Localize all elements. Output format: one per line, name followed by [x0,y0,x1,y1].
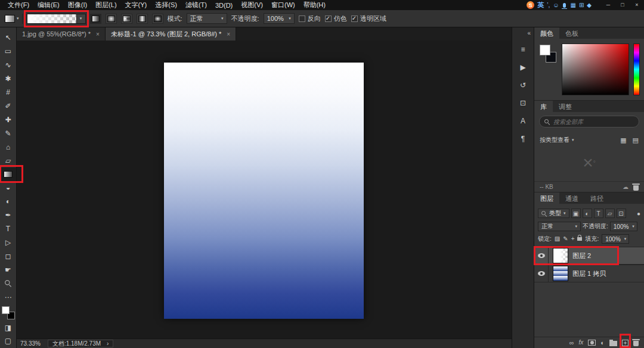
menu-edit[interactable]: 编辑(E) [33,0,64,10]
foreground-background-colors[interactable] [2,306,15,319]
menu-view[interactable]: 视图(V) [237,0,267,10]
crop-tool[interactable]: # [1,86,16,100]
transparency-checkbox[interactable]: 透明区域 [351,14,386,23]
input-lang-indicator[interactable]: 英 [537,1,544,10]
tab-layers[interactable]: 图层 [534,192,559,204]
tab-swatches[interactable]: 色板 [559,27,584,39]
type-tool[interactable]: T [1,222,16,236]
saturation-brightness-field[interactable] [562,44,629,95]
blend-mode-select[interactable]: 正常▾ [187,13,227,24]
list-view-icon[interactable]: ▤ [633,136,639,144]
new-adjustment-layer-button[interactable]: ◐ [600,340,605,346]
shield-icon[interactable]: ◆ [587,2,592,8]
punctuation-indicator[interactable]: ’, [547,2,550,8]
library-search-box[interactable] [539,116,639,128]
transparency-checkbox-box[interactable] [351,15,358,22]
delete-library-item-icon[interactable] [633,185,639,191]
search-input[interactable] [553,119,634,125]
radial-gradient-button[interactable] [106,14,117,24]
lock-transparent-icon[interactable]: ▨ [555,236,560,242]
menu-3d[interactable]: 3D(D) [211,1,237,10]
tab-color[interactable]: 颜色 [534,27,559,39]
layer-visibility-toggle[interactable] [534,265,549,282]
color-panel-fg-bg[interactable] [538,44,558,95]
close-icon[interactable]: × [227,31,230,38]
tab-paths[interactable]: 路径 [584,192,609,204]
gradient-picker-open-button[interactable]: ▾ [77,14,86,24]
link-layers-button[interactable]: ∞ [569,340,574,346]
hue-slider[interactable] [633,44,640,95]
delete-layer-button[interactable] [633,341,639,346]
tab-adjustments[interactable]: 调整 [553,101,578,112]
document-tab-1jpg[interactable]: 1.jpg @ 55%(RGB/8*) * × [17,27,106,41]
clone-stamp-tool[interactable]: ⌂ [1,140,16,154]
mic-icon[interactable] [563,3,566,8]
smiley-icon[interactable]: ☺ [553,2,559,8]
layer-fill-select[interactable]: 100% ▾ [602,234,629,244]
pen-tool[interactable]: ✒ [1,209,16,222]
gradient-tool[interactable] [1,167,16,181]
layer-name[interactable]: 图层 2 [572,251,591,260]
menu-image[interactable]: 图像(I) [64,0,91,10]
blur-tool[interactable]: ◒ [1,181,16,195]
layer-visibility-toggle[interactable] [534,247,549,264]
clone-source-panel-icon[interactable]: ⊡ [516,97,530,109]
expand-panels-button[interactable]: « [527,30,531,36]
path-selection-tool[interactable]: ▷ [1,236,16,250]
shape-tool[interactable]: ◻ [1,250,16,263]
layer-style-button[interactable]: fx [579,340,584,346]
menu-select[interactable]: 选择(S) [151,0,181,10]
smart-object-filter-icon[interactable]: ⊡ [617,209,626,218]
hand-tool[interactable]: ☛ [1,263,16,276]
paragraph-panel-icon[interactable]: ¶ [516,132,530,145]
gradient-preview-swatch[interactable] [27,14,77,24]
layer-row-layer-1-copy[interactable]: 图层 1 拷贝 [534,265,644,282]
sogou-logo-icon[interactable]: S [527,1,534,9]
eraser-tool[interactable]: ▱ [1,154,16,167]
shape-filter-icon[interactable]: ▱ [605,209,615,218]
foreground-color-swatch[interactable] [2,306,10,314]
lock-position-icon[interactable]: + [571,236,575,242]
reverse-checkbox-box[interactable] [299,15,305,22]
brush-tool[interactable]: ✎ [1,126,16,140]
move-tool[interactable]: ↖ [1,31,16,45]
type-filter-icon[interactable]: T [594,209,603,218]
tab-channels[interactable]: 通道 [559,192,584,204]
dodge-tool[interactable]: ◐ [1,195,16,209]
healing-brush-tool[interactable]: ✚ [1,113,16,126]
new-layer-button[interactable] [622,340,628,346]
tab-libraries[interactable]: 库 [534,101,553,112]
layer-filter-type-select[interactable]: 类型 ▾ [538,209,569,218]
angle-gradient-button[interactable] [121,14,132,24]
minimize-button[interactable]: ─ [601,0,615,10]
canvas-area[interactable] [17,41,512,338]
close-icon[interactable]: × [96,31,100,38]
menu-filter[interactable]: 滤镜(T) [181,0,211,10]
keyboard-icon[interactable]: ▦ [570,2,575,8]
history-panel-icon[interactable]: ↺ [516,79,530,91]
adjustment-filter-icon[interactable]: ◐ [583,209,592,218]
view-by-type-dropdown[interactable]: 按类型查看 [540,136,569,144]
grid-view-icon[interactable]: ▦ [620,136,626,144]
actions-panel-icon[interactable]: ▶ [516,61,530,73]
marquee-tool[interactable]: ▭ [1,45,16,58]
opacity-select[interactable]: 100%▾ [264,13,295,24]
layer-opacity-select[interactable]: 100% ▾ [610,222,637,231]
dither-checkbox[interactable]: 仿色 [325,14,347,23]
pixel-filter-icon[interactable]: ▣ [571,209,581,218]
zoom-tool[interactable] [1,276,16,290]
linear-gradient-button[interactable] [90,14,101,24]
zoom-level-field[interactable]: 73.33% [20,340,41,347]
layer-thumbnail[interactable] [553,248,568,263]
layer-name[interactable]: 图层 1 拷贝 [572,269,606,278]
document-tab-untitled1[interactable]: 未标题-1 @ 73.3% (图层 2, RGB/8#) * × [106,27,236,41]
brush-settings-panel-icon[interactable]: ≡ [516,43,530,55]
quick-selection-tool[interactable]: ✱ [1,72,16,86]
screen-mode-button[interactable]: ▢ [1,334,16,348]
filter-toggle-icon[interactable]: ● [637,210,640,217]
lasso-tool[interactable]: ∿ [1,58,16,72]
document-size-field[interactable]: 文档:1.18M/2.73M › [48,340,114,347]
edit-toolbar-button[interactable]: ⋯ [1,290,16,304]
menu-type[interactable]: 文字(Y) [121,0,151,10]
quick-mask-button[interactable]: ◨ [1,321,16,334]
